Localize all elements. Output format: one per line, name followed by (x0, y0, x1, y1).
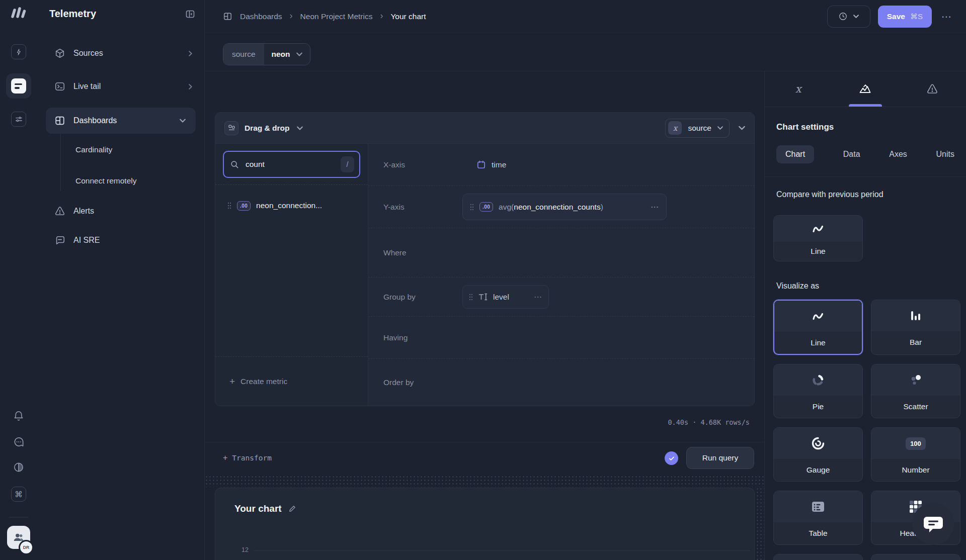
metric-search[interactable]: / (223, 151, 360, 178)
feedback-chat-icon[interactable] (13, 436, 25, 448)
sidebar-item-alerts[interactable]: Alerts (37, 201, 204, 221)
command-menu-icon[interactable]: ⌘ (11, 487, 26, 502)
viz-card-gauge[interactable]: Gauge (773, 427, 863, 482)
tab-chart-settings[interactable] (832, 71, 899, 107)
resize-gutter-vertical[interactable] (756, 487, 764, 560)
settings-sliders-icon[interactable] (11, 112, 26, 127)
row-label: Having (383, 333, 462, 342)
having-row[interactable]: Having (368, 316, 754, 358)
collapse-builder-icon[interactable] (739, 125, 745, 131)
builder-mode-dropdown[interactable]: Drag & drop (245, 124, 290, 133)
viz-card-bar[interactable]: Bar (871, 300, 960, 355)
card-label: Scatter (871, 396, 960, 418)
table-icon (774, 491, 862, 522)
breadcrumb-dashboard-name[interactable]: Neon Project Metrics (300, 12, 373, 21)
create-metric-button[interactable]: + Create metric (215, 356, 368, 406)
viz-card-scatter[interactable]: Scatter (871, 364, 960, 418)
row-label: Y-axis (383, 203, 462, 212)
x-axis-value[interactable]: time (476, 160, 506, 169)
viz-card-pie[interactable]: Pie (773, 364, 863, 418)
metric-search-input[interactable] (245, 159, 335, 169)
app-root: ⌘ DR Telemetry Sources (0, 0, 966, 560)
sidebar-item-cardinality[interactable]: Cardinality (37, 140, 204, 160)
x-axis-row: X-axis time (368, 144, 754, 185)
chip-menu-icon[interactable]: ⋯ (534, 292, 542, 302)
add-transform-button[interactable]: + Transform (223, 442, 272, 474)
subtab-axes[interactable]: Axes (889, 150, 907, 159)
divider (765, 176, 966, 177)
chart-settings-panel: x Chart settings Chart Data Axes Units (764, 71, 966, 560)
formula-x-icon: x (795, 83, 801, 95)
sidebar-item-ai-sre[interactable]: AI SRE (37, 230, 204, 250)
collapse-sidebar-icon[interactable] (185, 9, 195, 19)
topbar: Dashboards › Neon Project Metrics › Your… (205, 0, 966, 33)
compare-heading: Compare with previous period (776, 190, 954, 199)
query-rows: X-axis time Y-axis .00 avg(neon_co (368, 144, 754, 406)
chart-title: Your chart (234, 503, 282, 514)
row-label: Order by (383, 378, 462, 387)
notifications-bell-icon[interactable] (13, 410, 25, 422)
subtab-units[interactable]: Units (936, 150, 954, 159)
compare-line-card[interactable]: Line (773, 215, 863, 261)
query-stats: 0.40s · 4.68K rows/s (215, 418, 750, 426)
group-by-chip[interactable]: level ⋯ (462, 285, 549, 309)
viz-card-number[interactable]: 100 Number (871, 427, 960, 482)
tab-alerts[interactable] (899, 71, 966, 107)
order-by-row[interactable]: Order by (368, 358, 754, 406)
terminal-icon (54, 81, 65, 92)
settings-heading: Chart settings (776, 122, 954, 132)
group-by-row: Group by level ⋯ (368, 277, 754, 316)
row-label: X-axis (383, 160, 462, 169)
sidebar-item-label: Dashboards (73, 116, 172, 125)
chip-menu-icon[interactable]: ⋯ (651, 202, 659, 212)
theme-contrast-icon[interactable] (13, 461, 25, 473)
save-button[interactable]: Save ⌘S (878, 6, 932, 28)
sidebar-item-dashboards[interactable]: Dashboards (46, 108, 196, 134)
sidebar-item-live-tail[interactable]: Live tail (37, 76, 204, 97)
run-query-button[interactable]: Run query (686, 447, 754, 469)
stream-nav-active[interactable] (6, 73, 31, 99)
visualize-heading: Visualize as (776, 282, 954, 291)
viz-card-text[interactable]: Aa (871, 554, 960, 560)
settings-tab-bar: x (765, 71, 966, 107)
drag-handle-icon[interactable] (227, 202, 231, 209)
text-field-type-icon (478, 293, 488, 301)
time-range-button[interactable] (827, 6, 870, 28)
chart-panel: Your chart 12 (215, 488, 755, 560)
chevron-right-icon (188, 51, 193, 56)
drag-handle-icon[interactable] (469, 294, 473, 301)
group-by-field-control[interactable]: x source (665, 119, 730, 138)
line-chart-icon (774, 301, 862, 332)
builder-header: Drag & drop x source (215, 113, 754, 144)
sidebar-item-label: Live tail (73, 82, 180, 91)
flows-icon[interactable] (11, 44, 26, 59)
chart-icon (858, 83, 872, 95)
filter-key[interactable]: source (223, 44, 264, 65)
source-filter-chip[interactable]: source neon (223, 43, 310, 65)
statistic-icon (774, 554, 862, 560)
edit-title-pencil-icon[interactable] (288, 505, 296, 513)
drag-handle-icon[interactable] (470, 204, 474, 211)
subtab-data[interactable]: Data (843, 150, 860, 159)
app-logo-icon (10, 6, 28, 19)
support-chat-button[interactable] (912, 503, 954, 545)
sidebar-item-sources[interactable]: Sources (37, 43, 204, 63)
viz-card-line[interactable]: Line (773, 300, 863, 355)
filter-value[interactable]: neon (264, 44, 310, 65)
more-menu-icon[interactable]: ⋯ (939, 11, 954, 23)
viz-card-statistic[interactable] (773, 554, 863, 560)
save-shortcut: ⌘S (910, 12, 923, 21)
sidebar-item-connect-remotely[interactable]: Connect remotely (37, 171, 204, 191)
y-axis-chip[interactable]: .00 avg(neon_connection_counts) ⋯ (462, 194, 667, 220)
where-row[interactable]: Where (368, 228, 754, 277)
subtab-chart[interactable]: Chart (776, 145, 814, 163)
resize-gutter-horizontal[interactable] (205, 475, 764, 487)
group-field: level (493, 293, 529, 302)
breadcrumb-dashboards[interactable]: Dashboards (240, 12, 282, 21)
tab-formula[interactable]: x (765, 71, 832, 107)
builder-mode-icon[interactable] (224, 121, 238, 135)
x-axis-field: time (492, 160, 506, 169)
workspace-title: Telemetry (49, 8, 96, 20)
metric-list-item[interactable]: .00 neon_connection... (215, 195, 368, 217)
viz-card-table[interactable]: Table (773, 491, 863, 545)
